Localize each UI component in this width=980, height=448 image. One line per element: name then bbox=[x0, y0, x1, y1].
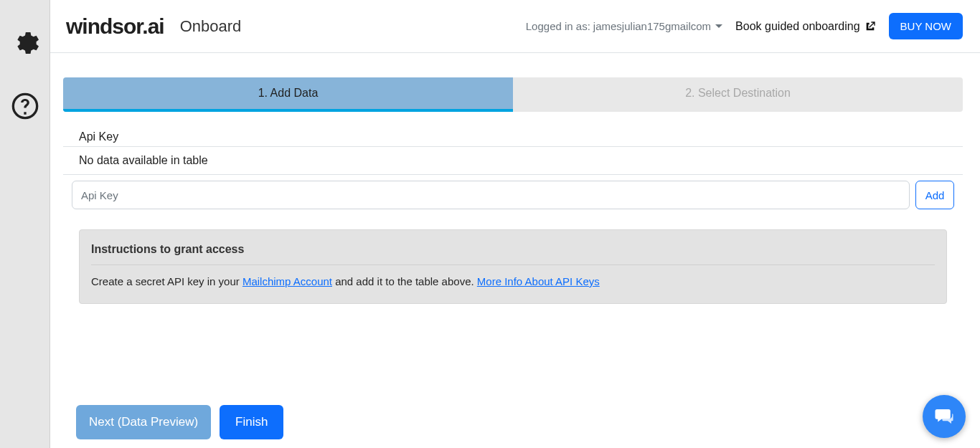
book-onboarding-link[interactable]: Book guided onboarding bbox=[735, 20, 875, 33]
logged-in-user: jamesjulian175gmailcom bbox=[593, 20, 711, 32]
buy-now-button[interactable]: BUY NOW bbox=[889, 13, 963, 39]
footer-buttons: Next (Data Preview) Finish bbox=[63, 405, 963, 448]
api-key-input-row: Add bbox=[72, 181, 954, 209]
chat-button[interactable] bbox=[923, 395, 966, 438]
topbar: windsor.ai Onboard Logged in as: jamesju… bbox=[50, 0, 980, 53]
finish-button[interactable]: Finish bbox=[220, 405, 283, 439]
chevron-down-icon bbox=[715, 24, 722, 28]
api-key-input[interactable] bbox=[72, 181, 910, 209]
chat-icon bbox=[933, 406, 955, 427]
main: windsor.ai Onboard Logged in as: jamesju… bbox=[50, 0, 980, 448]
mailchimp-account-link[interactable]: Mailchimp Account bbox=[242, 275, 332, 287]
logo: windsor.ai bbox=[66, 14, 164, 39]
settings-button[interactable] bbox=[11, 29, 39, 57]
gear-icon bbox=[11, 29, 39, 57]
content: 1. Add Data 2. Select Destination Api Ke… bbox=[50, 53, 980, 448]
book-onboarding-label: Book guided onboarding bbox=[735, 20, 859, 33]
api-keys-info-link[interactable]: More Info About API Keys bbox=[477, 275, 600, 287]
tabs: 1. Add Data 2. Select Destination bbox=[63, 77, 963, 112]
api-key-table: Api Key No data available in table bbox=[63, 125, 963, 175]
sidebar bbox=[0, 0, 50, 448]
help-button[interactable] bbox=[11, 92, 39, 120]
tab-label: 2. Select Destination bbox=[685, 87, 791, 100]
user-menu[interactable]: Logged in as: jamesjulian175gmailcom bbox=[526, 20, 722, 32]
instr-text-middle: and add it to the table above. bbox=[332, 275, 477, 287]
add-button[interactable]: Add bbox=[915, 181, 954, 209]
tab-label: 1. Add Data bbox=[258, 87, 319, 100]
logged-in-prefix: Logged in as: bbox=[526, 20, 590, 32]
question-circle-icon bbox=[11, 92, 39, 120]
instr-text-before: Create a secret API key in your bbox=[91, 275, 242, 287]
table-empty-row: No data available in table bbox=[63, 147, 963, 174]
tab-add-data[interactable]: 1. Add Data bbox=[63, 77, 513, 112]
next-button[interactable]: Next (Data Preview) bbox=[76, 405, 211, 439]
page-title: Onboard bbox=[180, 17, 242, 36]
external-link-icon bbox=[864, 21, 876, 32]
instructions-card: Instructions to grant access Create a se… bbox=[79, 229, 947, 304]
table-header: Api Key bbox=[63, 125, 963, 147]
instructions-title: Instructions to grant access bbox=[91, 243, 935, 265]
instructions-body: Create a secret API key in your Mailchim… bbox=[91, 275, 935, 287]
tab-select-destination[interactable]: 2. Select Destination bbox=[513, 77, 963, 112]
